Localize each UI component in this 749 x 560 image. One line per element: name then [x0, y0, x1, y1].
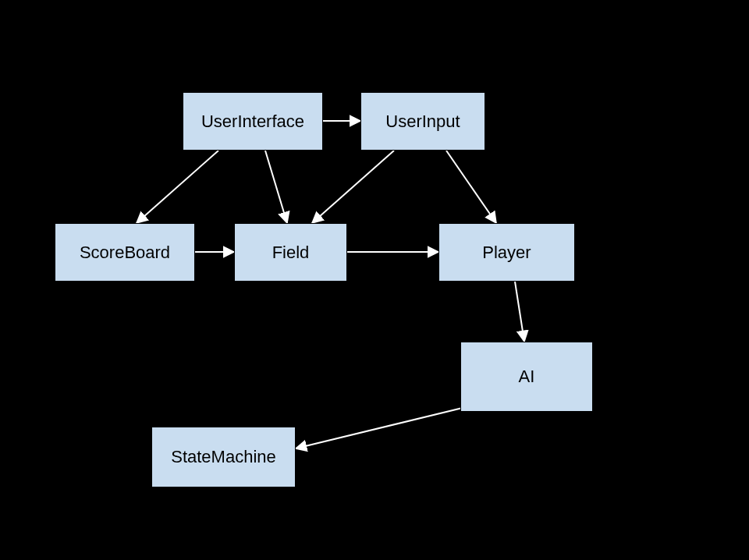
node-userinput: UserInput — [360, 92, 485, 151]
edge-ui-scoreboard — [137, 151, 218, 223]
node-label: Field — [272, 243, 310, 263]
node-label: UserInterface — [201, 112, 304, 132]
node-label: ScoreBoard — [80, 243, 170, 263]
node-label: Player — [482, 243, 531, 263]
edge-ui-field — [265, 151, 287, 223]
edge-ai-statemachine — [296, 406, 472, 448]
node-label: UserInput — [385, 112, 460, 132]
node-field: Field — [234, 223, 347, 282]
edge-userinput-player — [446, 151, 496, 223]
node-statemachine: StateMachine — [151, 427, 296, 487]
node-scoreboard: ScoreBoard — [55, 223, 195, 282]
diagram-canvas: UserInterface UserInput ScoreBoard Field… — [0, 0, 749, 560]
edge-player-ai — [515, 282, 524, 342]
node-player: Player — [438, 223, 575, 282]
node-label: StateMachine — [171, 447, 276, 467]
node-ai: AI — [460, 342, 593, 412]
edge-userinput-field — [312, 151, 394, 223]
node-userinterface: UserInterface — [183, 92, 323, 151]
node-label: AI — [519, 367, 535, 387]
